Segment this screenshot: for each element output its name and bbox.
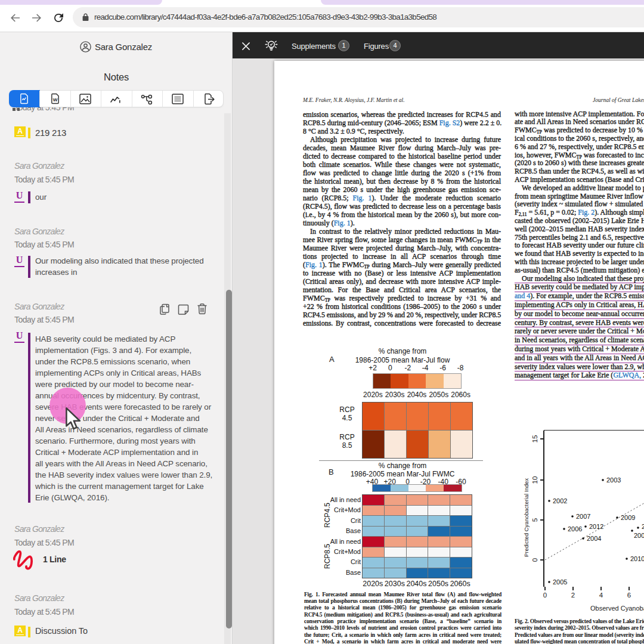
- svg-text:2003: 2003: [606, 476, 621, 484]
- svg-text:15: 15: [531, 435, 538, 443]
- svg-text:4: 4: [599, 592, 603, 599]
- svg-text:6: 6: [627, 592, 631, 599]
- svg-text:2009: 2009: [621, 514, 635, 521]
- svg-text:10: 10: [531, 476, 538, 484]
- svg-text:2: 2: [642, 523, 644, 530]
- svg-text:2002: 2002: [553, 497, 567, 504]
- svg-text:2005: 2005: [553, 578, 567, 586]
- svg-text:0: 0: [543, 592, 547, 599]
- svg-text:Observed Cyanobacterial Index: Observed Cyanobacterial Index: [590, 605, 644, 612]
- svg-text:5: 5: [531, 518, 538, 522]
- svg-text:2006: 2006: [568, 525, 582, 532]
- svg-text:0: 0: [531, 558, 538, 562]
- svg-text:200: 200: [634, 532, 644, 539]
- svg-text:W: W: [53, 97, 58, 103]
- svg-text:2: 2: [571, 592, 575, 599]
- svg-text:2007: 2007: [576, 513, 590, 520]
- svg-text:2012: 2012: [589, 523, 603, 530]
- svg-text:Predicted Cyanobacterial Index: Predicted Cyanobacterial Index: [523, 478, 530, 557]
- svg-text:2004: 2004: [587, 535, 601, 542]
- svg-text:2010: 2010: [630, 555, 644, 562]
